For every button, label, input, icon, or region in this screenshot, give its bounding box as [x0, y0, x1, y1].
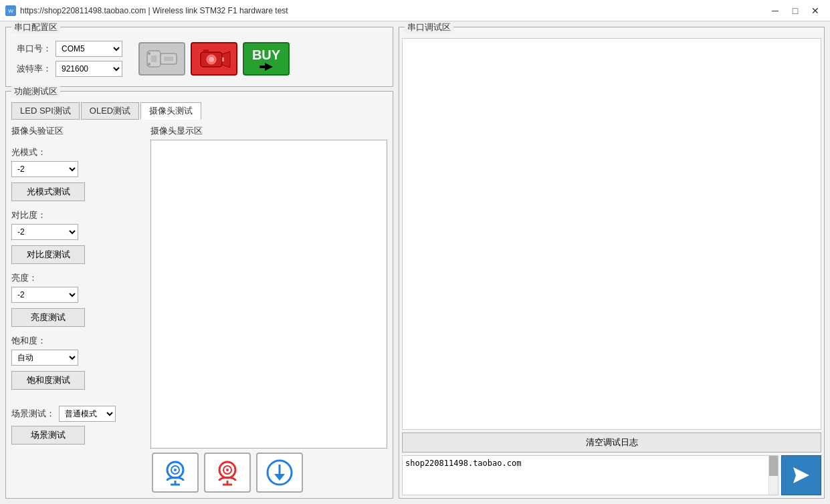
svg-rect-12 — [222, 57, 224, 61]
camera-content: 摄像头验证区 光模式： -2-1012 光模式测试 对比度： -2-1012 — [11, 125, 387, 449]
saturation-row: 饱和度： 自动-2-1012 饱和度测试 — [11, 335, 145, 390]
svg-text:W: W — [8, 8, 13, 14]
contrast-test-btn[interactable]: 对比度测试 — [11, 245, 85, 264]
port-row: 串口号： COM5 COM1 COM2 COM3 COM4 — [17, 41, 122, 57]
port-label: 串口号： — [17, 43, 51, 55]
svg-point-17 — [174, 469, 177, 471]
right-panel: 串口调试区 清空调试日志 shop220811498.taobao.com — [399, 27, 825, 499]
icon-buttons: BUY — [138, 42, 290, 76]
function-area-title: 功能测试区 — [11, 86, 60, 98]
brightness-label: 亮度： — [11, 272, 145, 284]
bottom-icons — [11, 453, 387, 493]
title-text: https://shop220811498.taobao.com | Wirel… — [20, 6, 288, 15]
baud-row: 波特率： 921600 115200 57600 38400 19200 960… — [17, 61, 122, 77]
input-wrapper: shop220811498.taobao.com — [402, 455, 779, 495]
serial-config-row: 串口号： COM5 COM1 COM2 COM3 COM4 波特率： 92160… — [11, 38, 387, 80]
light-mode-select[interactable]: -2-1012 — [11, 161, 78, 177]
svg-rect-5 — [164, 57, 173, 61]
main-content: 串口配置区 串口号： COM5 COM1 COM2 COM3 COM4 — [0, 21, 830, 504]
input-row: shop220811498.taobao.com — [402, 455, 821, 495]
svg-rect-13 — [203, 49, 209, 52]
close-button[interactable]: ✕ — [806, 3, 825, 18]
left-panel: 串口配置区 串口号： COM5 COM1 COM2 COM3 COM4 — [5, 27, 393, 499]
buy-button[interactable]: BUY — [243, 42, 290, 76]
webcam-blue-button[interactable] — [152, 453, 199, 493]
tab-camera[interactable]: 摄像头测试 — [140, 102, 201, 120]
tab-oled[interactable]: OLED测试 — [81, 102, 139, 120]
clear-log-button[interactable]: 清空调试日志 — [402, 432, 821, 453]
svg-rect-4 — [151, 55, 157, 62]
light-mode-test-btn[interactable]: 光模式测试 — [11, 182, 85, 201]
function-area: 功能测试区 LED SPI测试 OLED测试 摄像头测试 摄像头验证区 — [5, 91, 393, 499]
brightness-select[interactable]: -2-1012 — [11, 287, 78, 303]
svg-marker-27 — [274, 474, 285, 481]
debug-textarea[interactable] — [402, 38, 821, 430]
scene-test-btn[interactable]: 场景测试 — [11, 426, 85, 445]
verify-title: 摄像头验证区 — [11, 125, 145, 137]
serial-config-group: 串口配置区 串口号： COM5 COM1 COM2 COM3 COM4 — [5, 27, 393, 87]
webcam-red-button[interactable] — [204, 453, 251, 493]
scene-select[interactable]: 普通模式夜间模式户外模式 — [59, 406, 116, 422]
usb-button[interactable] — [138, 42, 185, 76]
serial-debug-group: 串口调试区 清空调试日志 shop220811498.taobao.com — [399, 27, 825, 499]
title-bar: W https://shop220811498.taobao.com | Wir… — [0, 0, 830, 21]
camera-verify: 摄像头验证区 光模式： -2-1012 光模式测试 对比度： -2-1012 — [11, 125, 145, 449]
display-title: 摄像头显示区 — [150, 125, 387, 137]
input-scrollbar[interactable] — [768, 456, 778, 495]
buy-text: BUY — [252, 47, 280, 63]
scene-section: 场景测试： 普通模式夜间模式户外模式 场景测试 — [11, 403, 145, 445]
tabs: LED SPI测试 OLED测试 摄像头测试 — [11, 102, 387, 120]
serial-selects: 串口号： COM5 COM1 COM2 COM3 COM4 波特率： 92160… — [17, 41, 122, 77]
window-controls: ─ □ ✕ — [766, 3, 825, 18]
brightness-row: 亮度： -2-1012 亮度测试 — [11, 272, 145, 327]
contrast-label: 对比度： — [11, 209, 145, 221]
camera-display: 摄像头显示区 — [150, 125, 387, 449]
saturation-select[interactable]: 自动-2-1012 — [11, 350, 78, 366]
svg-marker-28 — [793, 467, 809, 483]
maximize-button[interactable]: □ — [786, 3, 805, 18]
port-select[interactable]: COM5 COM1 COM2 COM3 COM4 — [56, 41, 122, 57]
scene-label: 场景测试： — [11, 408, 55, 420]
app-icon: W — [5, 5, 16, 16]
contrast-row: 对比度： -2-1012 对比度测试 — [11, 209, 145, 264]
tab-led-spi[interactable]: LED SPI测试 — [11, 102, 80, 120]
saturation-label: 饱和度： — [11, 335, 145, 347]
svg-point-22 — [226, 469, 229, 471]
camera-display-area — [150, 140, 387, 449]
contrast-select[interactable]: -2-1012 — [11, 224, 78, 240]
scene-row: 场景测试： 普通模式夜间模式户外模式 — [11, 406, 145, 422]
light-mode-label: 光模式： — [11, 146, 145, 158]
title-bar-left: W https://shop220811498.taobao.com | Wir… — [5, 5, 288, 16]
svg-point-7 — [148, 63, 150, 66]
saturation-test-btn[interactable]: 饱和度测试 — [11, 371, 85, 390]
download-button[interactable] — [256, 453, 303, 493]
send-input[interactable]: shop220811498.taobao.com — [403, 456, 778, 495]
brightness-test-btn[interactable]: 亮度测试 — [11, 308, 85, 327]
baud-label: 波特率： — [17, 63, 51, 75]
baud-select[interactable]: 921600 115200 57600 38400 19200 9600 — [56, 61, 122, 77]
svg-marker-14 — [260, 63, 273, 71]
light-mode-row: 光模式： -2-1012 光模式测试 — [11, 146, 145, 201]
serial-config-title: 串口配置区 — [11, 21, 60, 33]
send-button[interactable] — [781, 455, 821, 495]
svg-point-10 — [209, 57, 214, 62]
camera-connect-button[interactable] — [191, 42, 237, 76]
svg-point-6 — [148, 52, 150, 55]
minimize-button[interactable]: ─ — [766, 3, 785, 18]
serial-debug-title: 串口调试区 — [405, 21, 453, 33]
